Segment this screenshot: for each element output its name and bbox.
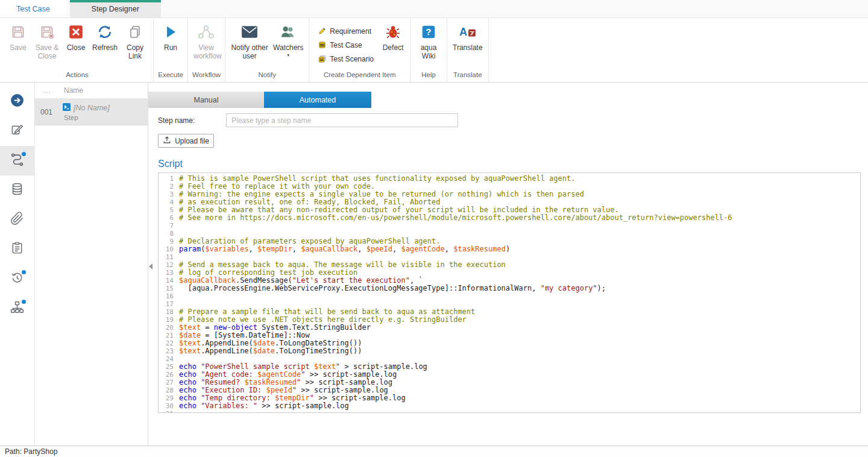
sidebar-item-relations[interactable]: [0, 294, 35, 323]
tab-step-designer-label: Step Designer: [92, 5, 139, 13]
upload-file-label: Upload file: [175, 137, 209, 145]
chevron-down-icon: ▾: [287, 53, 289, 58]
line-numbers: 1234567891011121314151617181920212223242…: [159, 173, 177, 412]
ribbon-group-help: ? aqua Wiki Help: [410, 18, 447, 82]
tab-automated[interactable]: Automated: [264, 92, 371, 108]
save-button[interactable]: Save: [4, 20, 32, 52]
create-dependent-menu: Requirement Test Case Test Scenario: [312, 20, 379, 66]
test-case-icon: [318, 41, 326, 49]
close-button[interactable]: Close: [62, 20, 90, 52]
script-editor[interactable]: 1234567891011121314151617181920212223242…: [158, 172, 861, 413]
step-row[interactable]: 001 [No Name] Step: [35, 99, 148, 125]
step-type: Step: [63, 114, 110, 121]
view-workflow-label: View workflow: [193, 43, 219, 61]
sidebar-item-steps[interactable]: [0, 146, 35, 175]
step-mode-tabs: Manual Automated: [148, 92, 868, 108]
ribbon-group-workflow-label: Workflow: [191, 69, 222, 81]
menu-item-requirement-label: Requirement: [330, 27, 371, 36]
ribbon-group-actions-label: Actions: [4, 69, 150, 81]
copy-link-button[interactable]: Copy Link: [120, 20, 150, 61]
code-lines[interactable]: # This is sample PowerShell script that …: [177, 173, 860, 412]
sidebar-item-expand[interactable]: [0, 87, 35, 116]
ribbon-group-help-label: Help: [414, 69, 444, 81]
ribbon-group-create-dependent-item: Requirement Test Case Test Scenario: [309, 18, 410, 82]
document-tabbar: Test Case Step Designer: [0, 0, 868, 18]
watchers-icon: [278, 23, 298, 41]
navigate-icon: [10, 93, 25, 110]
sidebar-item-data[interactable]: [0, 175, 35, 205]
script-heading: Script: [158, 158, 868, 169]
ribbon-group-execute-label: Execute: [157, 69, 184, 81]
envelope-icon: [240, 23, 259, 41]
run-icon: [161, 23, 180, 41]
ribbon-group-notify: Notify other user Watchers ▾ Notify: [225, 18, 309, 82]
notification-dot: [22, 300, 26, 304]
workflow-icon: [197, 23, 216, 41]
svg-text:?: ?: [426, 27, 431, 37]
view-workflow-button[interactable]: View workflow: [191, 20, 221, 61]
sidebar-item-edit[interactable]: [0, 116, 35, 146]
svg-text:A: A: [459, 26, 467, 38]
sidebar-item-tasks[interactable]: [0, 235, 35, 264]
code-line: param($variables, $tempDir, $aquaCallbac…: [179, 245, 860, 253]
save-and-close-button[interactable]: Save & Close: [32, 20, 62, 61]
watchers-button[interactable]: Watchers ▾: [271, 20, 306, 58]
step-detail-pane: Manual Automated Step name: Upload file …: [148, 83, 868, 446]
menu-item-test-case[interactable]: Test Case: [313, 38, 378, 52]
code-line: [179, 222, 860, 230]
panel-collapse-handle[interactable]: [149, 263, 153, 269]
translate-button[interactable]: A Translate: [450, 20, 485, 52]
refresh-icon: [95, 23, 115, 41]
notify-other-user-label: Notify other user: [231, 43, 268, 61]
status-path: Path: PartyShop: [5, 447, 57, 456]
ribbon-group-execute: Run Execute: [154, 18, 188, 82]
tab-test-case[interactable]: Test Case: [0, 0, 66, 17]
workspace: ... Name 001 [No Name] Step: [0, 83, 868, 446]
checklist-icon: [10, 241, 24, 257]
ribbon-group-actions: Save Save & Close Close: [1, 18, 154, 82]
aqua-wiki-button[interactable]: ? aqua Wiki: [414, 20, 444, 61]
tab-automated-label: Automated: [300, 96, 336, 104]
steps-list-header: ... Name: [35, 83, 148, 99]
requirement-icon: [318, 27, 326, 36]
steps-column-name: Name: [59, 86, 83, 95]
close-icon: [66, 23, 86, 41]
notify-other-user-button[interactable]: Notify other user: [228, 20, 271, 61]
status-bar: Path: PartyShop: [0, 446, 868, 457]
ribbon-group-workflow: View workflow Workflow: [188, 18, 225, 82]
code-line: # See more in https://docs.microsoft.com…: [179, 214, 860, 222]
sidebar-item-attachments[interactable]: [0, 205, 35, 235]
app-window: Test Case Step Designer Save Sav: [0, 0, 868, 457]
database-icon: [10, 182, 24, 198]
ribbon-group-translate-label: Translate: [450, 69, 485, 81]
wiki-icon: ?: [419, 23, 438, 41]
step-name-input[interactable]: [226, 113, 458, 127]
watchers-label: Watchers: [273, 43, 303, 52]
menu-item-requirement[interactable]: Requirement: [313, 24, 378, 38]
code-line: echo "Variables: " >> script-sample.log: [179, 402, 860, 410]
save-icon: [8, 23, 28, 41]
copy-link-icon: [125, 23, 145, 41]
steps-panel: ... Name 001 [No Name] Step: [35, 83, 148, 446]
tab-manual[interactable]: Manual: [148, 92, 264, 108]
tab-test-case-label: Test Case: [16, 5, 50, 13]
defect-button[interactable]: Defect: [379, 20, 407, 52]
upload-file-button[interactable]: Upload file: [158, 134, 214, 148]
notification-dot: [22, 152, 26, 156]
section-iconbar: [0, 83, 35, 446]
copy-link-label: Copy Link: [122, 43, 148, 61]
translate-label: Translate: [453, 43, 483, 52]
ribbon: Save Save & Close Close: [0, 18, 868, 83]
run-button[interactable]: Run: [157, 20, 184, 52]
menu-item-test-scenario[interactable]: Test Scenario: [313, 52, 378, 66]
close-label: Close: [67, 43, 86, 52]
menu-item-test-case-label: Test Case: [330, 41, 362, 49]
tab-accent-strip: [70, 0, 161, 2]
refresh-button[interactable]: Refresh: [90, 20, 120, 52]
tab-manual-label: Manual: [194, 96, 219, 104]
code-line: [179, 292, 860, 300]
save-and-close-icon: [37, 23, 57, 41]
test-scenario-icon: [318, 55, 326, 63]
sidebar-item-history[interactable]: [0, 264, 35, 294]
tab-step-designer[interactable]: Step Designer: [70, 0, 161, 17]
